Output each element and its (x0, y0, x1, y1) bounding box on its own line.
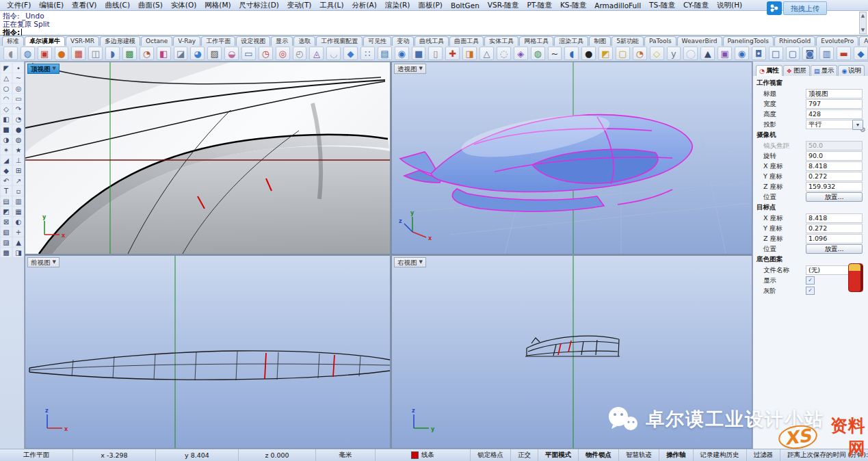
menu-item[interactable]: 曲线(C) (101, 1, 134, 10)
tool-icon[interactable]: ⊥ (13, 155, 24, 165)
viewport-front[interactable]: z x 前视图▼ (25, 255, 391, 449)
tool-icon[interactable]: ◎ (13, 83, 24, 93)
toolbar-icon[interactable]: ~ (548, 47, 562, 60)
tool-icon[interactable]: ▩ (1, 248, 12, 257)
toolbar-tab[interactable]: RhinoGold (774, 36, 815, 46)
toolbar-icon[interactable]: ◨ (462, 47, 477, 60)
toolbar-tab[interactable]: 制图 (589, 36, 611, 46)
toolbar-tab[interactable]: EvolutePro (816, 36, 858, 46)
status-item[interactable]: x -3.298 (73, 449, 156, 461)
status-item[interactable]: 锁定格点 (471, 449, 511, 461)
status-item[interactable]: 智慧轨迹 (619, 449, 659, 461)
tool-icon[interactable]: ◔ (13, 114, 24, 124)
toolbar-icon[interactable]: ▯ (428, 47, 443, 60)
toolbar-tab[interactable]: 多边形建模 (100, 36, 140, 46)
toolbar-icon[interactable]: ◌ (497, 47, 511, 60)
menu-item[interactable]: 查看(V) (68, 1, 101, 10)
toolbar-icon[interactable]: y (667, 47, 681, 60)
toolbar-icon[interactable]: ▢ (786, 47, 800, 60)
toolbar-tab[interactable]: 显示 (271, 36, 293, 46)
tool-icon[interactable]: ◩ (1, 207, 12, 216)
command-scrollbar[interactable]: ▲▼ (859, 12, 867, 34)
menu-item[interactable]: PT-随意 (523, 1, 556, 10)
tool-icon[interactable]: ◑ (1, 135, 12, 144)
tool-icon[interactable]: ⊞ (13, 166, 24, 175)
menu-item[interactable]: 网格(M) (200, 1, 235, 10)
tool-icon[interactable]: ▲ (13, 237, 24, 247)
menu-item[interactable]: 文件(F) (3, 1, 35, 10)
scroll-down-icon[interactable]: ▼ (861, 27, 865, 33)
menu-item[interactable]: 编辑(E) (35, 1, 68, 10)
status-item[interactable]: 记录建构历史 (694, 449, 747, 461)
toolbar-tab[interactable]: 渲染工具 (554, 36, 588, 46)
menu-item[interactable]: KS-随意 (556, 1, 590, 10)
viewport-title-right[interactable]: 右视图▼ (394, 257, 426, 267)
toolbar-icon[interactable]: ◇ (650, 47, 664, 60)
property-value[interactable]: ✓ (806, 287, 815, 295)
property-value[interactable]: 0.272 (806, 224, 863, 233)
menu-item[interactable]: 分析(A) (348, 1, 381, 10)
viewport-title-front[interactable]: 前视图▼ (27, 257, 60, 267)
toolbar-icon[interactable]: ● (581, 47, 596, 60)
toolbar-tab[interactable]: 实体工具 (484, 36, 518, 46)
toolbar-icon[interactable]: ◗ (105, 47, 120, 60)
command-area[interactable]: 指令: _Undo 正在复原 Split 指令: (0, 10, 868, 36)
tool-icon[interactable]: ○ (1, 83, 12, 93)
toolbar-tab[interactable]: Octane (141, 36, 172, 46)
toolbar-icon[interactable]: ◧ (157, 47, 171, 60)
toolbar-tab[interactable]: PaTools (644, 36, 676, 46)
menu-item[interactable]: 面板(P) (414, 1, 447, 10)
property-value[interactable]: 797 (806, 99, 863, 109)
toolbar-icon[interactable]: ◍ (531, 47, 545, 60)
floating-promo-widget[interactable] (848, 263, 863, 292)
tool-icon[interactable]: ▧ (1, 227, 12, 237)
toolbar-icon[interactable]: □ (769, 47, 783, 60)
toolbar-icon[interactable]: ◔ (633, 47, 647, 60)
toolbar-icon[interactable]: ◪ (174, 47, 188, 60)
tool-icon[interactable]: ◆ (1, 166, 12, 175)
toolbar-icon[interactable]: ◯ (683, 47, 698, 60)
property-value[interactable]: 放置... (806, 192, 863, 202)
tool-icon[interactable]: ▤ (1, 196, 12, 206)
status-item[interactable]: 物件锁点 (579, 449, 619, 461)
property-value[interactable]: 50.0 (806, 141, 863, 150)
property-value[interactable]: 平行 (806, 120, 853, 129)
property-value[interactable]: 90.0 (806, 151, 863, 161)
property-value[interactable]: 顶视图 (806, 89, 863, 98)
toolbar-icon[interactable]: ▩ (122, 47, 137, 60)
upload-button[interactable]: 拖拽上传 (767, 1, 827, 15)
toolbar-icon[interactable]: ▥ (819, 47, 834, 60)
menu-item[interactable]: 曲面(S) (134, 1, 167, 10)
tool-icon[interactable]: ↷ (13, 104, 24, 114)
toolbar-icon[interactable]: ▢ (616, 47, 630, 60)
tool-icon[interactable]: ■ (1, 124, 12, 134)
tool-icon[interactable]: ◍ (13, 135, 24, 144)
status-item[interactable]: 距离上次保存的时间 (分钟): 153 (780, 449, 868, 461)
tool-icon[interactable]: ◨ (13, 248, 24, 257)
status-item[interactable]: 工作平面 (0, 449, 73, 461)
toolbar-icon[interactable]: ▨ (207, 47, 222, 60)
toolbar-icon[interactable]: ◆ (854, 47, 868, 60)
tool-icon[interactable]: ▨ (1, 237, 12, 247)
toolbar-tab[interactable]: 标准 (2, 36, 24, 46)
toolbar-icon[interactable]: ◖ (3, 47, 18, 60)
viewport-top[interactable]: y x 顶视图▼ (25, 62, 391, 254)
tool-icon[interactable]: ● (13, 124, 24, 134)
status-item[interactable]: 毫米 (316, 449, 376, 461)
toolbar-icon[interactable]: ▤ (378, 47, 392, 60)
property-value[interactable]: 159.932 (806, 182, 863, 192)
toolbar-icon[interactable]: ▣ (718, 47, 732, 60)
toolbar-icon[interactable]: ◕ (190, 47, 205, 60)
menu-item[interactable]: ArmadilloFull (590, 1, 645, 10)
toolbar-tab[interactable]: 工作视窗配置 (316, 36, 363, 46)
scroll-up-icon[interactable]: ▲ (861, 13, 865, 18)
toolbar-tab[interactable]: VSR-MR (66, 36, 99, 46)
tool-icon[interactable]: ▫ (13, 186, 24, 196)
tool-icon[interactable]: ▭ (13, 94, 24, 103)
toolbar-tab[interactable]: WeaverBird (677, 36, 722, 46)
status-item[interactable]: 线条 (376, 449, 471, 461)
status-item[interactable]: 平面模式 (538, 449, 579, 461)
toolbar-icon[interactable]: ◖ (564, 47, 579, 60)
toolbar-tab[interactable]: 变动 (392, 36, 414, 46)
viewport-right[interactable]: z y 右视图▼ (391, 255, 752, 449)
